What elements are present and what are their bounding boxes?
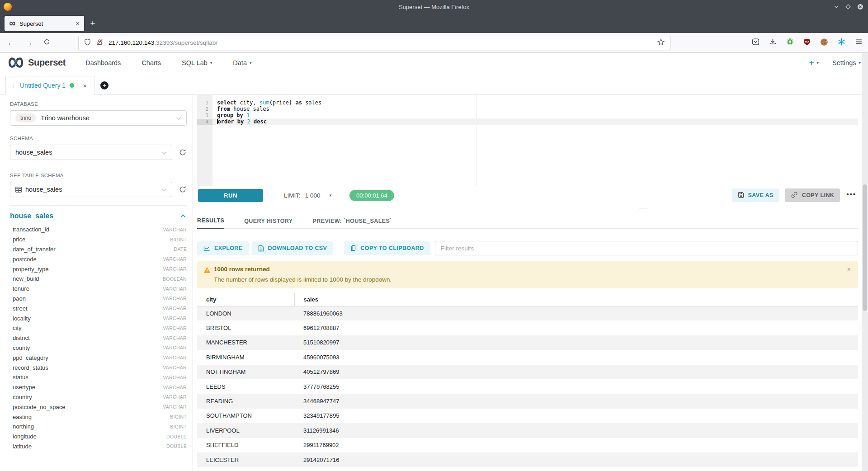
table-cell: 32349177895 [294,409,858,423]
nav-item-label: SQL Lab [182,59,208,66]
refresh-table-icon[interactable] [179,185,187,193]
column-name: easting [13,414,32,420]
container-asterisk-icon[interactable] [838,38,845,47]
nav-item-sql-lab[interactable]: SQL Lab▾ [182,59,212,66]
sql-editor[interactable]: 1select city, sum(price) as sales2from h… [197,95,858,186]
result-tab-preview[interactable]: PREVIEW: `HOUSE_SALES` [313,218,392,228]
more-actions-button[interactable]: ••• [846,190,856,198]
bookmark-star-icon[interactable] [657,38,665,47]
column-type: VARCHAR [163,266,187,272]
privacy-badger-icon[interactable] [786,38,794,47]
new-tab-button[interactable]: + [87,18,98,29]
settings-menu[interactable]: Settings ▾ [832,59,861,66]
column-type: VARCHAR [163,355,187,360]
cookie-manager-icon[interactable] [820,38,828,48]
superset-logo[interactable]: Superset [7,57,66,68]
pocket-icon[interactable] [752,38,760,47]
schema-label: SCHEMA [10,136,187,141]
column-name: country [13,394,32,400]
add-new-menu[interactable]: + ▾ [809,58,819,67]
new-query-tab-button[interactable]: + [94,76,115,95]
results-table: citysales LONDON788861960063BRISTOL69612… [197,293,858,467]
window-close-icon[interactable] [857,4,863,10]
lock-insecure-icon[interactable] [96,38,103,47]
editor-line: 4order by 2 desc [197,118,858,125]
nav-item-charts[interactable]: Charts [142,59,161,66]
pane-splitter[interactable] [197,205,858,212]
tab-close-icon[interactable]: × [76,20,80,27]
back-button[interactable]: ← [7,39,14,47]
sql-token: 2 [247,118,250,125]
sql-token: city, [236,99,259,106]
copy-clipboard-button[interactable]: COPY TO CLIPBOARD [344,241,430,255]
column-type: BIGINT [170,237,187,242]
explore-button[interactable]: EXPLORE [197,241,249,255]
result-tab-query-history[interactable]: QUERY HISTORY [244,218,292,228]
app-menu-icon[interactable] [855,38,863,47]
shield-icon[interactable] [84,38,91,47]
column-name: usertype [13,384,35,391]
alert-close-icon[interactable]: × [847,266,851,273]
code-line: select city, sum(price) as sales [212,99,858,106]
table-cell: MANCHESTER [197,335,294,350]
run-button[interactable]: RUN [198,189,263,202]
column-name: transaction_id [13,226,49,233]
column-type: VARCHAR [163,306,187,311]
column-name: record_status [13,364,48,371]
svg-text:uO: uO [805,40,809,43]
window-minimize-icon[interactable] [834,4,839,9]
window-maximize-icon[interactable] [845,4,851,9]
column-type: VARCHAR [163,375,187,380]
refresh-schema-icon[interactable] [179,148,187,156]
downloads-icon[interactable] [769,38,777,47]
table-row: LONDON788861960063 [197,306,858,320]
reload-button[interactable] [43,38,50,47]
chevron-down-icon [162,186,167,193]
sql-token: order by [218,118,244,125]
forward-button[interactable]: → [25,39,33,47]
copy-link-button[interactable]: COPY LINK [785,188,840,202]
sql-token [244,118,247,125]
sqllab-content: 1select city, sum(price) as sales2from h… [192,95,868,471]
url-bar[interactable]: 217.160.120.143:32393/superset/sqllab/ [78,36,670,50]
tab-menu-icon[interactable]: ⋮ [10,82,16,89]
sidebar-divider [10,205,187,206]
filter-results-input[interactable] [435,241,858,255]
column-header-sales: sales [294,293,858,306]
table-select[interactable]: house_sales [10,182,172,197]
query-tab-close-icon[interactable]: × [83,82,87,89]
sqllab-sidebar: DATABASE trino Trino warehouse SCHEMA ho… [0,95,192,471]
collapse-table-icon[interactable] [180,214,186,218]
table-schema-title: house_sales [10,212,53,220]
nav-item-data[interactable]: Data▾ [233,59,251,66]
ublock-origin-icon[interactable]: uO [803,38,811,47]
editor-line: 3group by 1 [197,112,858,118]
save-as-label: SAVE AS [748,192,774,198]
query-tab-active[interactable]: ⋮ Untitled Query 1 × [5,76,94,95]
editor-line: 2from house_sales [197,106,858,112]
column-type: DOUBLE [166,443,187,449]
nav-item-dashboards[interactable]: Dashboards [85,59,121,66]
download-csv-button[interactable]: DOWNLOAD TO CSV [252,241,334,255]
column-type: VARCHAR [163,296,187,301]
save-as-button[interactable]: SAVE AS [732,188,779,202]
code-line: from house_sales [212,106,858,112]
schema-select[interactable]: house_sales [10,145,172,160]
table-row: BRISTOL69612708887 [197,320,858,335]
splitter-handle-icon[interactable] [639,208,647,210]
nav-item-label: Data [233,59,247,66]
browser-tab-superset[interactable]: Superset × [5,16,84,31]
sql-token: select [217,99,236,106]
table-grid-icon [15,187,22,193]
limit-dropdown[interactable]: LIMIT: 1 000 ▾ [284,192,331,199]
table-cell: 34468947747 [294,394,858,408]
url-text[interactable]: 217.160.120.143:32393/superset/sqllab/ [108,39,657,46]
column-type: VARCHAR [163,227,187,232]
database-select[interactable]: trino Trino warehouse [10,110,187,126]
query-tab-strip: ⋮ Untitled Query 1 × + [0,72,868,95]
column-name: tenure [13,285,29,292]
line-number: 4 [197,119,212,125]
copy-link-label: COPY LINK [802,192,834,198]
scrollbar-thumb[interactable] [863,184,867,311]
result-tab-results[interactable]: RESULTS [197,217,224,229]
